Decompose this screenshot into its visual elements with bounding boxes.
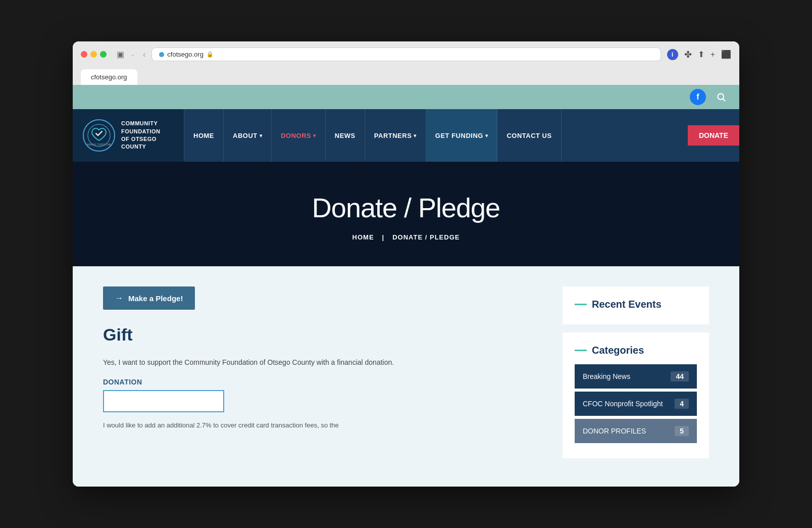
make-pledge-button[interactable]: → Make a Pledge!: [103, 286, 195, 310]
share-icon[interactable]: ⬆: [698, 50, 704, 59]
categories-title: Categories: [575, 345, 697, 356]
category-label: Breaking News: [583, 372, 630, 380]
nav-get-funding[interactable]: GET FUNDING ▾: [426, 109, 498, 162]
category-label: CFOC Nonprofit Spotlight: [583, 400, 663, 408]
chevron-down-icon: ▾: [313, 133, 316, 138]
fee-note: I would like to add an additional 2.7% t…: [103, 420, 547, 430]
recent-events-title: Recent Events: [575, 299, 697, 310]
nav-partners[interactable]: PARTNERS ▾: [365, 109, 426, 162]
category-count: 4: [675, 399, 689, 409]
windows-icon[interactable]: ⬛: [721, 50, 731, 59]
category-count: 44: [671, 371, 689, 381]
main-content: → Make a Pledge! Gift Yes, I want to sup…: [73, 266, 739, 487]
tab-bar: cfotsego.org: [81, 69, 731, 85]
nav-about[interactable]: ABOUT ▾: [224, 109, 272, 162]
breadcrumb-current: DONATE / PLEDGE: [392, 233, 460, 241]
favicon: [159, 52, 164, 57]
arrow-icon: →: [115, 294, 123, 303]
breadcrumb-separator: |: [382, 233, 385, 241]
main-nav: HOME ABOUT ▾ DONORS ▾ NEWS PARTNERS ▾ GE…: [184, 109, 739, 162]
lock-icon: 🔒: [207, 51, 214, 58]
breadcrumb: HOME | DONATE / PLEDGE: [83, 233, 729, 241]
url-text: cfotsego.org: [167, 51, 204, 58]
svg-line-1: [723, 99, 726, 102]
content-main: → Make a Pledge! Gift Yes, I want to sup…: [103, 286, 547, 466]
category-cfoc-nonprofit[interactable]: CFOC Nonprofit Spotlight 4: [575, 392, 697, 416]
browser-controls: ▣ ⌄ ‹ cfotsego.org 🔒 i ✤ ⬆ + ⬛: [81, 47, 731, 61]
back-button[interactable]: ‹: [143, 50, 145, 59]
gift-title: Gift: [103, 325, 547, 345]
browser-chrome: ▣ ⌄ ‹ cfotsego.org 🔒 i ✤ ⬆ + ⬛ cfotsego.…: [73, 41, 739, 85]
category-label: DONOR PROFILES: [583, 427, 646, 435]
close-button[interactable]: [81, 51, 87, 58]
title-accent-icon: [575, 350, 587, 351]
chevron-down-icon: ▾: [485, 133, 488, 138]
nav-news[interactable]: NEWS: [326, 109, 365, 162]
recent-events-card: Recent Events: [563, 286, 709, 324]
donation-label: Donation: [103, 378, 547, 386]
svg-point-0: [718, 93, 724, 100]
logo-area: CARING TOGETHER COMMUNITY FOUNDATION OF …: [73, 109, 184, 162]
chevron-down-icon: ⌄: [130, 51, 135, 58]
maximize-button[interactable]: [100, 51, 107, 58]
facebook-icon[interactable]: f: [690, 89, 706, 105]
site-header: CARING TOGETHER COMMUNITY FOUNDATION OF …: [73, 109, 739, 162]
nav-home[interactable]: HOME: [184, 109, 224, 162]
category-breaking-news[interactable]: Breaking News 44: [575, 364, 697, 389]
chevron-down-icon: ▾: [260, 133, 263, 138]
gift-description: Yes, I want to support the Community Fou…: [103, 357, 547, 368]
utility-bar: f: [73, 85, 739, 109]
categories-card: Categories Breaking News 44 CFOC Nonprof…: [563, 332, 709, 458]
logo-text: COMMUNITY FOUNDATION OF OTSEGO COUNTY: [121, 120, 161, 151]
address-bar[interactable]: cfotsego.org 🔒: [151, 47, 661, 61]
active-tab[interactable]: cfotsego.org: [81, 69, 137, 85]
nav-donors[interactable]: DONORS ▾: [272, 109, 326, 162]
chevron-down-icon: ▾: [414, 133, 417, 138]
page-title: Donate / Pledge: [83, 192, 729, 223]
nav-contact-us[interactable]: CONTACT US: [497, 109, 561, 162]
donate-button[interactable]: DONATE: [688, 125, 739, 146]
info-icon[interactable]: i: [667, 49, 678, 60]
sidebar: Recent Events Categories Breaking News 4…: [563, 286, 709, 466]
hero-section: Donate / Pledge HOME | DONATE / PLEDGE: [73, 162, 739, 266]
donation-input[interactable]: [103, 390, 224, 412]
title-accent-icon: [575, 304, 587, 305]
browser-window: ▣ ⌄ ‹ cfotsego.org 🔒 i ✤ ⬆ + ⬛ cfotsego.…: [73, 41, 739, 487]
breadcrumb-home-link[interactable]: HOME: [352, 233, 374, 241]
category-donor-profiles[interactable]: DONOR PROFILES 5: [575, 419, 697, 443]
extensions-icon[interactable]: ✤: [684, 49, 692, 60]
traffic-lights: [81, 51, 107, 58]
svg-text:CARING TOGETHER: CARING TOGETHER: [87, 143, 111, 146]
logo-circle: CARING TOGETHER: [83, 119, 115, 152]
new-tab-icon[interactable]: +: [710, 50, 715, 59]
minimize-button[interactable]: [90, 51, 97, 58]
category-count: 5: [675, 426, 689, 436]
browser-actions: i ✤ ⬆ + ⬛: [667, 49, 731, 60]
pledge-button-label: Make a Pledge!: [128, 294, 183, 303]
search-icon[interactable]: [713, 89, 729, 105]
sidebar-toggle-icon[interactable]: ▣: [117, 50, 124, 59]
